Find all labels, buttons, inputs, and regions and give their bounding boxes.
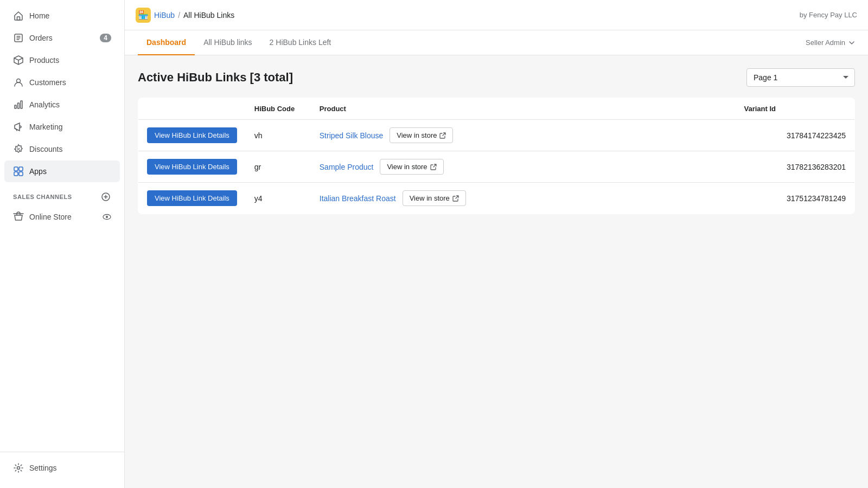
app-icon: 🏪 [136,8,151,23]
td-variant-1: 31782136283201 [736,151,855,183]
topbar: 🏪 HiBub / All HiBub Links by Fency Pay L… [125,0,868,30]
external-link-icon [439,132,446,139]
td-code-0: vh [246,120,311,151]
sidebar-item-online-store-label: Online Store [29,213,97,221]
sidebar-item-orders-label: Orders [29,34,94,42]
sidebar: Home Orders 4 Products [0,0,125,488]
sidebar-item-marketing[interactable]: Marketing [4,116,120,138]
sidebar-item-discounts-label: Discounts [29,145,111,153]
sidebar-item-apps[interactable]: Apps [4,160,120,182]
svg-rect-6 [21,101,22,108]
svg-rect-11 [19,167,23,171]
sales-channels-section: SALES CHANNELS [4,183,120,206]
main-area: 🏪 HiBub / All HiBub Links by Fency Pay L… [125,0,868,488]
td-action-1: View HiBub Link Details [138,151,246,183]
tabs-bar: Dashboard All HiBub links 2 HiBub Links … [125,30,868,55]
svg-point-7 [17,147,18,149]
seller-admin-dropdown[interactable]: Seller Admin [806,38,855,47]
tab-all-hibub-links[interactable]: All HiBub links [195,30,260,55]
td-product-1: Sample Product View in store [311,151,736,183]
svg-rect-13 [19,172,23,176]
td-action-0: View HiBub Link Details [138,120,246,151]
sidebar-item-orders[interactable]: Orders 4 [4,27,120,49]
analytics-icon [13,99,24,110]
view-hibub-link-details-button[interactable]: View HiBub Link Details [147,190,237,206]
customers-icon [13,77,24,88]
sidebar-item-discounts[interactable]: Discounts [4,138,120,160]
col-header-hibub-code: HiBub Code [246,98,311,120]
product-link-1[interactable]: Sample Product [320,163,374,171]
marketing-icon [13,121,24,132]
col-header-action [138,98,246,120]
sales-channels-title: SALES CHANNELS [13,194,72,200]
discounts-icon [13,144,24,155]
view-in-store-button-1[interactable]: View in store [380,159,443,175]
svg-rect-0 [17,17,20,20]
sidebar-item-settings[interactable]: Settings [4,457,120,479]
settings-icon [13,463,24,473]
content-area: Dashboard All HiBub links 2 HiBub Links … [125,30,868,488]
page-header: Active HiBub Links [3 total] Page 1 [138,68,855,87]
sidebar-item-home-label: Home [29,11,111,20]
sidebar-item-products-label: Products [29,56,111,65]
svg-point-16 [106,216,108,218]
table-row: View HiBub Link Details vh Striped Silk … [138,120,855,151]
col-header-product: Product [311,98,736,120]
td-variant-2: 31751234781249 [736,183,855,214]
add-sales-channel-icon[interactable] [100,191,111,202]
online-store-visibility-icon[interactable] [103,213,111,221]
svg-point-17 [17,467,20,470]
product-link-0[interactable]: Striped Silk Blouse [320,131,384,140]
external-link-icon [452,195,459,202]
topbar-by-label: by Fency Pay LLC [800,11,857,19]
td-product-2: Italian Breakfast Roast View in store [311,183,736,214]
external-link-icon [430,164,437,170]
sidebar-item-home[interactable]: Home [4,5,120,27]
sidebar-item-analytics-label: Analytics [29,100,111,109]
product-link-2[interactable]: Italian Breakfast Roast [320,194,396,203]
td-code-1: gr [246,151,311,183]
breadcrumb-current: All HiBub Links [183,11,234,20]
tabs-list: Dashboard All HiBub links 2 HiBub Links … [138,30,340,55]
sidebar-item-apps-label: Apps [29,167,111,176]
seller-admin-label: Seller Admin [806,38,845,47]
view-hibub-link-details-button[interactable]: View HiBub Link Details [147,159,237,175]
td-variant-0: 31784174223425 [736,120,855,151]
svg-rect-5 [18,103,20,108]
chevron-down-icon [848,40,855,46]
svg-point-8 [19,150,20,151]
home-icon [13,10,24,21]
apps-icon [13,166,24,177]
view-in-store-button-0[interactable]: View in store [390,127,453,143]
breadcrumb: 🏪 HiBub / All HiBub Links [136,8,234,23]
sidebar-item-customers-label: Customers [29,78,111,87]
tab-links-left[interactable]: 2 HiBub Links Left [261,30,340,55]
table-row: View HiBub Link Details y4 Italian Break… [138,183,855,214]
sidebar-item-products[interactable]: Products [4,49,120,71]
breadcrumb-separator: / [178,11,180,20]
sidebar-item-analytics[interactable]: Analytics [4,94,120,115]
view-hibub-link-details-button[interactable]: View HiBub Link Details [147,127,237,143]
sidebar-item-settings-label: Settings [29,464,111,472]
col-header-variant-id: Variant Id [736,98,855,120]
view-in-store-button-2[interactable]: View in store [403,190,466,206]
page-select[interactable]: Page 1 [746,68,855,87]
breadcrumb-hibub-link[interactable]: HiBub [154,11,175,20]
store-icon [13,211,24,222]
td-product-0: Striped Silk Blouse View in store [311,120,736,151]
sidebar-item-customers[interactable]: Customers [4,72,120,93]
sidebar-item-marketing-label: Marketing [29,123,111,131]
page-body: Active HiBub Links [3 total] Page 1 HiBu… [125,55,868,227]
svg-rect-12 [14,172,18,176]
orders-badge: 4 [100,34,111,42]
svg-rect-10 [14,167,18,171]
products-icon [13,55,24,66]
links-table: HiBub Code Product Variant Id View HiBub… [138,98,855,214]
sidebar-item-online-store[interactable]: Online Store [4,206,120,228]
tab-dashboard[interactable]: Dashboard [138,30,195,55]
page-title: Active HiBub Links [3 total] [138,70,293,85]
svg-rect-4 [15,105,16,108]
orders-icon [13,33,24,43]
td-code-2: y4 [246,183,311,214]
td-action-2: View HiBub Link Details [138,183,246,214]
